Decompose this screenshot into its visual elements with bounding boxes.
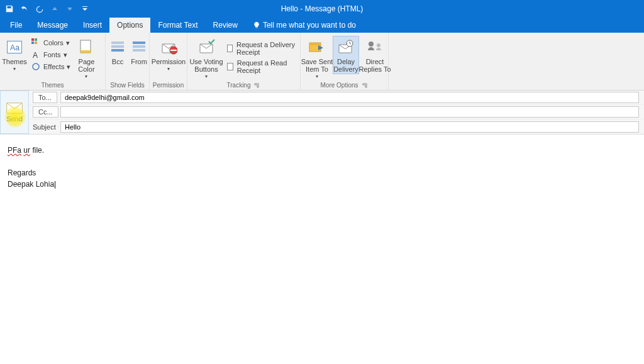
svg-rect-9 xyxy=(80,50,91,53)
from-button[interactable]: From xyxy=(129,36,149,67)
up-disabled-icon xyxy=(49,3,60,14)
tab-review[interactable]: Review xyxy=(206,18,245,33)
themes-icon: Aa xyxy=(4,37,25,57)
save-sent-button[interactable]: Save Sent Item To ▾ xyxy=(303,36,331,80)
dropdown-icon: ▾ xyxy=(85,74,87,79)
group-permission: Permission ▾ Permission xyxy=(150,33,187,90)
read-receipt-checkbox[interactable]: Request a Read Receipt xyxy=(225,58,298,75)
compose-header: Send To... Cc... Subject xyxy=(0,91,644,135)
svg-rect-11 xyxy=(111,45,124,48)
permission-icon xyxy=(158,37,179,57)
svg-point-24 xyxy=(369,41,374,47)
from-icon xyxy=(129,37,149,57)
svg-rect-21 xyxy=(309,43,321,45)
svg-point-7 xyxy=(33,63,39,70)
svg-rect-2 xyxy=(31,38,34,41)
group-label-themes: Themes xyxy=(2,80,103,90)
titlebar: Hello - Message (HTML) xyxy=(0,0,644,18)
body-line-4: Deepak Lohia xyxy=(8,180,636,189)
address-column: To... Cc... Subject xyxy=(29,91,644,134)
dropdown-icon: ▾ xyxy=(67,63,70,71)
svg-rect-15 xyxy=(133,49,145,52)
group-label-more-options: More Options xyxy=(303,80,386,90)
dialog-launcher-icon[interactable] xyxy=(253,82,260,89)
bcc-button[interactable]: Bcc xyxy=(108,36,128,67)
svg-rect-14 xyxy=(133,45,145,48)
tab-insert[interactable]: Insert xyxy=(75,18,109,33)
cc-input[interactable] xyxy=(60,106,639,118)
ribbon: Aa Themes ▾ Colors ▾ A Fonts ▾ Eff xyxy=(0,33,644,91)
send-column: Send xyxy=(0,91,29,134)
direct-replies-icon xyxy=(365,37,385,57)
dropdown-icon: ▾ xyxy=(205,74,208,79)
tab-file[interactable]: File xyxy=(3,18,30,33)
effects-icon xyxy=(31,62,41,72)
themes-button[interactable]: Aa Themes ▾ xyxy=(2,36,27,73)
svg-rect-10 xyxy=(111,41,124,44)
subject-input[interactable] xyxy=(60,121,639,133)
body-line-1: PFa ur file. xyxy=(8,146,636,155)
save-sent-icon xyxy=(307,37,327,57)
tell-me-search[interactable]: Tell me what you want to do xyxy=(245,18,364,33)
redo-icon[interactable] xyxy=(34,3,45,14)
permission-button[interactable]: Permission ▾ xyxy=(152,36,186,73)
window-title: Hello - Message (HTML) xyxy=(281,4,364,13)
group-show-fields: Bcc From Show Fields xyxy=(106,33,150,90)
group-themes: Aa Themes ▾ Colors ▾ A Fonts ▾ Eff xyxy=(0,33,106,90)
page-color-button[interactable]: Page Color ▾ xyxy=(74,36,98,80)
group-tracking: Use Voting Buttons ▾ Request a Delivery … xyxy=(187,33,301,90)
to-input[interactable] xyxy=(60,92,639,103)
tab-options[interactable]: Options xyxy=(109,18,150,33)
group-label-show-fields: Show Fields xyxy=(108,80,147,90)
group-label-tracking: Tracking xyxy=(189,80,298,90)
subject-row: Subject xyxy=(29,119,644,134)
svg-rect-5 xyxy=(35,41,37,44)
voting-buttons-button[interactable]: Use Voting Buttons ▾ xyxy=(189,36,223,80)
body-line-3: Regards xyxy=(8,168,636,177)
colors-icon xyxy=(31,38,41,48)
envelope-icon xyxy=(6,102,23,114)
send-button[interactable]: Send xyxy=(3,102,26,123)
group-more-options: Save Sent Item To ▾ Delay Delivery Direc… xyxy=(301,33,389,90)
colors-button[interactable]: Colors ▾ xyxy=(28,37,73,48)
dialog-launcher-icon[interactable] xyxy=(361,82,369,89)
delay-delivery-button[interactable]: Delay Delivery xyxy=(333,36,359,74)
checkbox-icon xyxy=(227,45,233,52)
cc-button[interactable]: Cc... xyxy=(33,106,58,118)
direct-replies-button[interactable]: Direct Replies To xyxy=(360,36,389,74)
svg-point-25 xyxy=(377,43,380,47)
effects-button[interactable]: Effects ▾ xyxy=(28,61,73,72)
tab-format-text[interactable]: Format Text xyxy=(150,18,205,33)
cc-row: Cc... xyxy=(29,105,644,119)
dropdown-icon: ▾ xyxy=(64,51,67,59)
group-label-permission: Permission xyxy=(152,80,185,90)
delay-delivery-icon xyxy=(336,37,356,57)
dropdown-icon: ▾ xyxy=(316,74,318,79)
voting-icon xyxy=(196,37,216,57)
svg-rect-13 xyxy=(133,41,145,44)
svg-rect-12 xyxy=(111,49,124,52)
svg-text:A: A xyxy=(33,51,38,59)
fonts-button[interactable]: A Fonts ▾ xyxy=(28,49,73,60)
ribbon-tabstrip: File Message Insert Options Format Text … xyxy=(0,18,644,33)
page-color-icon xyxy=(76,37,96,57)
undo-icon[interactable] xyxy=(19,3,30,14)
tell-me-label: Tell me what you want to do xyxy=(263,21,356,30)
svg-rect-3 xyxy=(35,38,37,41)
svg-text:Aa: Aa xyxy=(10,43,19,52)
qat-customize-icon[interactable] xyxy=(79,3,91,14)
svg-rect-4 xyxy=(31,41,34,44)
tab-message[interactable]: Message xyxy=(30,18,75,33)
subject-label: Subject xyxy=(29,123,60,131)
checkbox-icon xyxy=(227,63,233,70)
dropdown-icon: ▾ xyxy=(13,66,16,72)
delivery-receipt-checkbox[interactable]: Request a Delivery Receipt xyxy=(225,40,298,57)
down-disabled-icon xyxy=(64,3,75,14)
save-icon[interactable] xyxy=(4,3,15,14)
bcc-icon xyxy=(108,37,128,57)
to-button[interactable]: To... xyxy=(33,92,57,103)
fonts-icon: A xyxy=(31,50,41,60)
message-body[interactable]: PFa ur file. Regards Deepak Lohia xyxy=(0,135,644,202)
quick-access-toolbar xyxy=(0,0,91,18)
lightbulb-icon xyxy=(253,21,260,29)
